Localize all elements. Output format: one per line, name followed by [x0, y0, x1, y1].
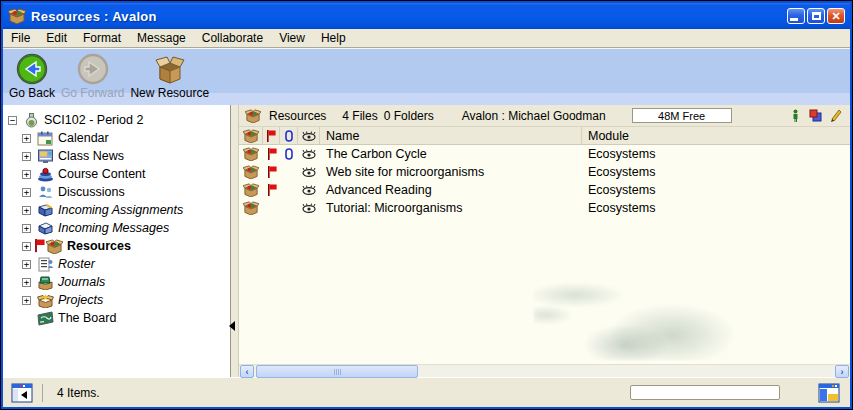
eye-icon	[298, 199, 320, 217]
free-space-label: 48M Free	[658, 110, 705, 122]
edit-pencil-icon[interactable]	[829, 109, 842, 122]
tree-item-journals[interactable]: + Journals	[3, 273, 230, 291]
go-forward-icon	[77, 53, 109, 85]
tree-expand-icon[interactable]: +	[22, 152, 31, 161]
tree-item-calendar[interactable]: + Calendar	[3, 129, 230, 147]
tree-root-label: SCI102 - Period 2	[44, 113, 143, 127]
journal-icon	[37, 275, 54, 290]
tree-item-discussions[interactable]: + Discussions	[3, 183, 230, 201]
scroll-right-icon[interactable]: ›	[835, 365, 849, 378]
tree-item-resources[interactable]: + Resources	[3, 237, 230, 255]
flag-icon	[266, 130, 276, 142]
folder-info-bar: Resources 4 Files 0 Folders Avalon : Mic…	[239, 105, 850, 127]
new-resource-label: New Resource	[130, 86, 209, 100]
go-back-button[interactable]: Go Back	[9, 53, 55, 100]
column-visibility[interactable]	[298, 127, 320, 144]
column-flag[interactable]	[263, 127, 280, 144]
course-tree-panel: − SCI102 - Period 2 + Calendar + Class N…	[3, 105, 231, 377]
eye-icon	[298, 145, 320, 163]
close-button[interactable]: ✕	[827, 8, 845, 24]
tree-item-the-board[interactable]: + The Board	[3, 309, 230, 327]
resource-list: The Carbon Cycle Ecosystems Web site for…	[239, 145, 850, 364]
tree-expand-icon[interactable]: +	[22, 170, 31, 179]
minimize-button[interactable]	[787, 8, 805, 24]
horizontal-scrollbar[interactable]: ‹ ›	[239, 364, 850, 377]
menu-item-view[interactable]: View	[271, 29, 313, 47]
column-module[interactable]: Module	[582, 127, 850, 144]
menu-bar: File Edit Format Message Collaborate Vie…	[3, 29, 850, 48]
toggle-panel-icon[interactable]	[11, 383, 33, 403]
paperclip-icon	[285, 130, 293, 142]
table-row[interactable]: Tutorial: Microorganisms Ecosystems	[239, 199, 850, 217]
new-resource-icon	[154, 53, 186, 85]
go-back-label: Go Back	[9, 86, 55, 100]
people-icon	[37, 185, 54, 200]
files-count: 4 Files	[342, 109, 377, 123]
flag-icon	[263, 145, 280, 163]
folders-count: 0 Folders	[384, 109, 434, 123]
tree-expand-icon[interactable]: +	[22, 224, 31, 233]
flask-icon	[23, 113, 40, 128]
news-icon	[37, 149, 54, 164]
column-name[interactable]: Name	[320, 127, 582, 144]
column-type[interactable]	[239, 127, 263, 144]
table-row[interactable]: Advanced Reading Ecosystems	[239, 181, 850, 199]
projects-icon	[37, 293, 54, 308]
menu-item-collaborate[interactable]: Collaborate	[194, 29, 271, 47]
tree-item-roster[interactable]: + Roster	[3, 255, 230, 273]
tree-collapse-icon[interactable]: −	[8, 116, 17, 125]
tree-item-course-content[interactable]: + Course Content	[3, 165, 230, 183]
new-resource-button[interactable]: New Resource	[130, 53, 209, 100]
tree-expand-icon[interactable]: +	[22, 206, 31, 215]
resource-box-icon	[239, 163, 263, 181]
row-name: Web site for microorganisms	[320, 163, 582, 181]
tree-expand-icon[interactable]: +	[22, 296, 31, 305]
scrollbar-thumb[interactable]	[256, 365, 418, 378]
tree-item-projects[interactable]: + Projects	[3, 291, 230, 309]
eye-icon	[298, 163, 320, 181]
scroll-left-icon[interactable]: ‹	[240, 365, 254, 378]
windows-icon[interactable]	[809, 109, 822, 122]
splitter-collapse-icon[interactable]	[229, 321, 235, 331]
tree-expand-icon[interactable]: +	[22, 242, 31, 251]
column-attachment[interactable]	[280, 127, 298, 144]
resource-box-icon	[239, 145, 263, 163]
window-frame: Resources : Avalon ✕ File Edit Format Me…	[1, 1, 852, 409]
go-back-icon	[16, 53, 48, 85]
tree-expand-icon[interactable]: +	[22, 134, 31, 143]
flag-icon	[263, 163, 280, 181]
table-row[interactable]: Web site for microorganisms Ecosystems	[239, 163, 850, 181]
status-progress-field	[630, 385, 780, 400]
owner-label: Avalon : Michael Goodman	[462, 109, 606, 123]
resources-panel: Resources 4 Files 0 Folders Avalon : Mic…	[239, 105, 850, 377]
tree-list: + Calendar + Class News + Course Content…	[3, 129, 230, 327]
menu-item-format[interactable]: Format	[75, 29, 129, 47]
tree-item-root[interactable]: − SCI102 - Period 2	[3, 111, 230, 129]
member-icon[interactable]	[789, 109, 802, 122]
tree-item-incoming-messages[interactable]: + Incoming Messages	[3, 219, 230, 237]
tree-expand-icon[interactable]: +	[22, 188, 31, 197]
folder-title: Resources	[269, 109, 326, 123]
tree-item-incoming-assignments[interactable]: + Incoming Assignments	[3, 201, 230, 219]
layout-view-icon[interactable]	[818, 383, 840, 403]
resource-box-icon	[245, 109, 261, 123]
tree-expand-icon[interactable]: +	[22, 260, 31, 269]
resource-box-icon	[243, 129, 259, 143]
table-row[interactable]: The Carbon Cycle Ecosystems	[239, 145, 850, 163]
flag-icon	[34, 239, 45, 252]
paperclip-icon	[280, 145, 298, 163]
go-forward-label: Go Forward	[61, 86, 124, 100]
panel-splitter[interactable]	[231, 105, 239, 377]
menu-item-message[interactable]: Message	[129, 29, 194, 47]
menu-item-edit[interactable]: Edit	[38, 29, 75, 47]
tree-item-class-news[interactable]: + Class News	[3, 147, 230, 165]
title-bar[interactable]: Resources : Avalon ✕	[3, 3, 850, 29]
application-window: Resources : Avalon ✕ File Edit Format Me…	[0, 0, 853, 410]
go-forward-button[interactable]: Go Forward	[61, 53, 124, 100]
tree-expand-icon[interactable]: +	[22, 278, 31, 287]
menu-item-file[interactable]: File	[3, 29, 38, 47]
menu-item-help[interactable]: Help	[313, 29, 354, 47]
items-count: 4 Items.	[57, 386, 100, 400]
maximize-button[interactable]	[807, 8, 825, 24]
row-module: Ecosystems	[582, 145, 850, 163]
